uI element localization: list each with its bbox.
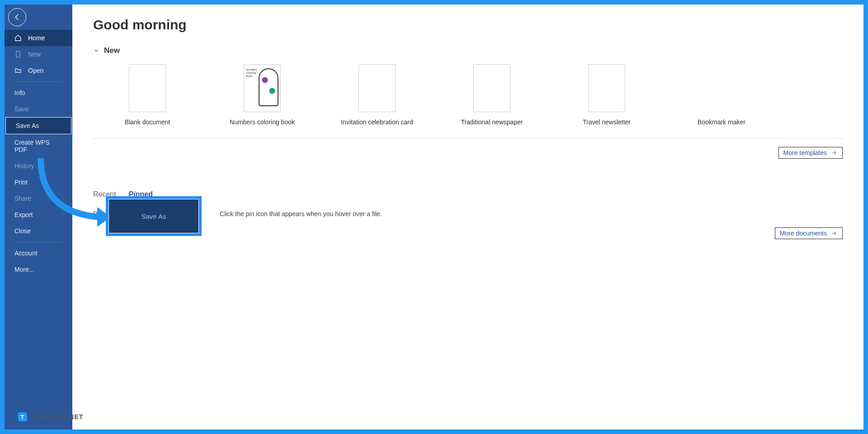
template-thumb <box>359 64 396 112</box>
template-label: Invitation celebration card <box>341 118 413 126</box>
word-file-backstage: Home New Open Info Save Save As Create W… <box>5 5 863 429</box>
watermark: T TEMPLATE.NET <box>18 412 83 421</box>
sidebar-label: Export <box>14 211 33 218</box>
sidebar-item-account[interactable]: Account <box>5 245 72 261</box>
sidebar-label: Account <box>14 250 38 257</box>
link-label: More templates <box>783 149 827 156</box>
arrow-right-icon <box>830 150 838 156</box>
template-thumb <box>473 64 510 112</box>
watermark-badge-icon: T <box>18 412 27 421</box>
arrow-left-icon <box>13 13 21 21</box>
folder-open-icon <box>14 67 22 74</box>
sidebar-label: More... <box>14 266 34 273</box>
template-travel-newsletter[interactable]: Travel newsletter <box>580 64 634 126</box>
sidebar-item-export[interactable]: Export <box>5 207 72 223</box>
callout-highlight: Save As <box>106 196 202 236</box>
back-button[interactable] <box>8 8 26 26</box>
sidebar-item-info[interactable]: Info <box>5 85 72 101</box>
sidebar-label: Share <box>14 195 31 202</box>
sidebar: Home New Open Info Save Save As Create W… <box>5 5 72 429</box>
documents-tabs: Recent Pinned <box>93 190 843 203</box>
section-label: New <box>104 46 120 55</box>
chevron-down-icon <box>93 47 99 54</box>
template-invitation-card[interactable]: Invitation celebration card <box>350 64 404 126</box>
template-thumb <box>129 64 166 112</box>
sidebar-label: Close <box>14 227 31 235</box>
sidebar-label: Info <box>14 89 25 96</box>
sidebar-item-new[interactable]: New <box>5 46 72 62</box>
template-thumb <box>683 64 760 112</box>
sidebar-label: Print <box>14 179 28 186</box>
page-title: Good morning <box>93 17 843 33</box>
sidebar-item-history[interactable]: History <box>5 158 72 174</box>
new-section-heading[interactable]: New <box>93 46 843 55</box>
pinned-hint: Pin xxxxxxxxxxxxxxxxxxxxxxxxxxxxxxxxxxxx… <box>93 210 843 217</box>
sidebar-label: Save <box>14 105 29 113</box>
sidebar-label: Create WPS PDF <box>14 139 62 153</box>
divider <box>14 81 63 82</box>
template-label: Bookmark maker <box>698 118 745 126</box>
template-bookmark-maker[interactable]: Bookmark maker <box>694 64 749 126</box>
sidebar-item-save[interactable]: Save <box>5 101 72 117</box>
template-thumb: NumbersColoringBook <box>244 64 281 112</box>
arrow-right-icon <box>830 231 838 236</box>
template-numbers-coloring-book[interactable]: NumbersColoringBook Numbers coloring boo… <box>235 64 289 126</box>
sidebar-item-close[interactable]: Close <box>5 223 72 239</box>
sidebar-label: New <box>28 51 41 58</box>
templates-row: Blank document NumbersColoringBook Numbe… <box>93 64 843 139</box>
template-label: Blank document <box>125 118 170 126</box>
more-templates-link[interactable]: More templates <box>778 147 843 159</box>
link-label: More documents <box>780 230 827 237</box>
template-label: Travel newsletter <box>583 118 631 126</box>
watermark-text: TEMPLATE.NET <box>30 413 83 420</box>
divider <box>14 242 63 242</box>
sidebar-item-print[interactable]: Print <box>5 174 72 190</box>
template-traditional-newspaper[interactable]: Traditional newspaper <box>465 64 519 126</box>
sidebar-item-share[interactable]: Share <box>5 190 72 207</box>
home-icon <box>14 34 22 42</box>
template-label: Numbers coloring book <box>230 118 295 126</box>
sidebar-label: Open <box>28 67 43 74</box>
more-documents-link[interactable]: More documents <box>775 227 843 239</box>
sidebar-item-home[interactable]: Home <box>5 30 72 46</box>
sidebar-item-open[interactable]: Open <box>5 62 72 79</box>
template-thumb <box>588 64 625 112</box>
sidebar-item-more[interactable]: More... <box>5 261 72 278</box>
template-label: Traditional newspaper <box>461 118 523 126</box>
sidebar-label: Home <box>28 34 45 42</box>
sidebar-label: Save As <box>16 122 39 129</box>
sidebar-item-save-as[interactable]: Save As <box>5 117 71 134</box>
document-icon <box>14 51 22 58</box>
callout-label: Save As <box>108 199 199 233</box>
sidebar-item-create-wps-pdf[interactable]: Create WPS PDF <box>5 134 72 158</box>
template-blank-document[interactable]: Blank document <box>120 64 175 126</box>
sidebar-label: History <box>14 162 34 170</box>
